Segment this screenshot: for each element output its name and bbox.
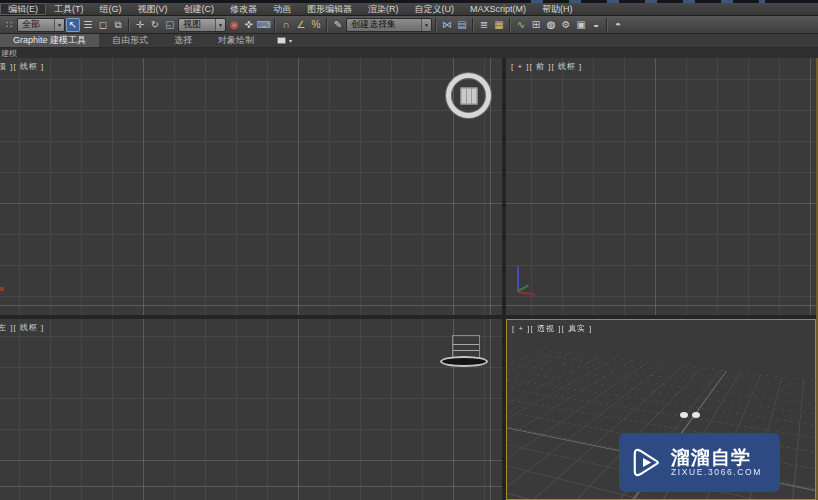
select-rotate-icon[interactable]: ↻: [148, 18, 162, 32]
snap-toggle-3d-icon[interactable]: ∩: [279, 18, 293, 32]
play-logo-icon: [629, 446, 662, 479]
use-pivot-center-icon[interactable]: ◉: [227, 18, 241, 32]
edit-named-selection-sets-icon[interactable]: ✎: [331, 18, 345, 32]
ribbon-state-icon: [277, 37, 286, 44]
ribbon-display-toggle[interactable]: ▾: [277, 34, 292, 47]
toolbar-separator: [435, 18, 437, 32]
chevron-down-icon[interactable]: ▼: [215, 19, 225, 31]
axis-y-line: [518, 284, 530, 291]
named-selection-sets-dropdown-value: 创建选择集: [351, 18, 396, 31]
watermark-title: 溜溜自学: [671, 447, 762, 468]
toolbar-separator: [509, 18, 511, 32]
scene-object-dot[interactable]: [692, 412, 700, 418]
align-icon[interactable]: ▤: [455, 18, 469, 32]
select-move-icon[interactable]: ✛: [133, 18, 147, 32]
viewport-area: [ + ][ 顶 ][ 线框 ] [ + ][ 前 ][ 线框 ] [ + ][…: [0, 58, 818, 500]
chevron-down-icon[interactable]: ▼: [54, 19, 64, 31]
toolbar-separator: [128, 18, 130, 32]
main-toolbar: ∷全部▼↖☰◻⧉✛↻◱视图▼◉✜⌨∩∠%✎创建选择集▼⋈▤≣▦∿⊞◍⚙▣◒◓: [0, 15, 818, 34]
3ds-max-window: 编辑(E)工具(T)组(G)视图(V)创建(C)修改器动画图形编辑器渲染(R)自…: [0, 0, 818, 500]
toolbar-separator: [472, 18, 474, 32]
menu-item-7[interactable]: 图形编辑器: [299, 3, 360, 15]
menu-item-2[interactable]: 组(G): [92, 3, 130, 15]
ribbon-panel-label[interactable]: 建模: [1, 48, 17, 59]
watermark-text-block: 溜溜自学 ZIXUE.3066.COM: [671, 447, 762, 478]
watermark-url: ZIXUE.3066.COM: [671, 468, 762, 478]
menu-item-3[interactable]: 视图(V): [130, 3, 176, 15]
plate-object-side-view[interactable]: [440, 356, 488, 367]
toolbar-separator: [326, 18, 328, 32]
schematic-view-icon[interactable]: ⊞: [529, 18, 543, 32]
ribbon-tabs-container: Graphite 建模工具自由形式选择对象绘制: [0, 34, 267, 47]
viewport-front[interactable]: [ + ][ 前 ][ 线框 ]: [506, 58, 816, 315]
render-setup-icon[interactable]: ⚙: [559, 18, 573, 32]
ribbon-tab-bar: Graphite 建模工具自由形式选择对象绘制 ▾: [0, 34, 818, 48]
curve-editor-icon[interactable]: ∿: [514, 18, 528, 32]
viewport-perspective-label[interactable]: [ + ][ 透视 ][ 真实 ]: [512, 323, 592, 334]
menu-item-9[interactable]: 自定义(U): [407, 3, 463, 15]
toolbar-separator: [274, 18, 276, 32]
angle-snap-icon[interactable]: ∠: [294, 18, 308, 32]
viewport-left[interactable]: [ + ][ 左 ][ 线框 ]: [0, 319, 502, 500]
ring-object-core: [460, 87, 477, 104]
ribbon-tab-1[interactable]: 自由形式: [99, 34, 161, 47]
render-production-icon[interactable]: ◒: [589, 18, 603, 32]
menu-item-0[interactable]: 编辑(E): [0, 3, 46, 15]
menu-bar: 编辑(E)工具(T)组(G)视图(V)创建(C)修改器动画图形编辑器渲染(R)自…: [0, 3, 818, 15]
menu-item-10[interactable]: MAXScript(M): [462, 3, 534, 15]
scene-object-dot[interactable]: [680, 412, 688, 418]
rect-selection-region-icon[interactable]: ◻: [96, 18, 110, 32]
viewport-front-label[interactable]: [ + ][ 前 ][ 线框 ]: [511, 61, 582, 72]
watermark-badge: 溜溜自学 ZIXUE.3066.COM: [619, 433, 780, 492]
selection-filter-dropdown-value: 全部: [22, 18, 40, 31]
axis-x-line: [518, 291, 535, 296]
select-object-icon[interactable]: ↖: [66, 18, 80, 32]
reference-coordinate-dropdown-value: 视图: [183, 18, 201, 31]
keyboard-override-icon[interactable]: ⌨: [257, 18, 271, 32]
select-by-name-icon[interactable]: ☰: [81, 18, 95, 32]
ring-object-top-view[interactable]: [446, 73, 491, 118]
rendered-frame-window-icon[interactable]: ▣: [574, 18, 588, 32]
menu-item-5[interactable]: 修改器: [222, 3, 265, 15]
render-iterative-icon[interactable]: ◓: [611, 18, 625, 32]
mirror-icon[interactable]: ⋈: [440, 18, 454, 32]
layer-manager-icon[interactable]: ≣: [477, 18, 491, 32]
ribbon-tab-3[interactable]: 对象绘制: [205, 34, 267, 47]
material-editor-icon[interactable]: ◍: [544, 18, 558, 32]
snaps-dots-icon[interactable]: ∷: [2, 18, 16, 32]
menu-item-6[interactable]: 动画: [265, 3, 299, 15]
window-crossing-icon[interactable]: ⧉: [111, 18, 125, 32]
viewport-perspective[interactable]: [ + ][ 透视 ][ 真实 ] 溜溜自学 ZIXUE.3066.COM: [506, 319, 816, 500]
selection-filter-dropdown[interactable]: 全部▼: [17, 18, 65, 32]
chevron-down-icon[interactable]: ▼: [421, 19, 431, 31]
percent-snap-icon[interactable]: %: [309, 18, 323, 32]
ribbon-tab-0[interactable]: Graphite 建模工具: [0, 34, 99, 47]
menu-item-1[interactable]: 工具(T): [46, 3, 92, 15]
ribbon-tab-2[interactable]: 选择: [161, 34, 205, 47]
menu-item-4[interactable]: 创建(C): [176, 3, 223, 15]
viewport-top-label[interactable]: [ + ][ 顶 ][ 线框 ]: [0, 61, 44, 72]
chevron-down-icon: ▾: [289, 37, 292, 44]
named-selection-sets-dropdown[interactable]: 创建选择集▼: [346, 18, 432, 32]
select-scale-icon[interactable]: ◱: [163, 18, 177, 32]
toolbar-separator: [606, 18, 608, 32]
viewport-left-label[interactable]: [ + ][ 左 ][ 线框 ]: [0, 322, 44, 333]
menu-item-11[interactable]: 帮助(H): [534, 3, 581, 15]
viewport-top[interactable]: [ + ][ 顶 ][ 线框 ]: [0, 58, 502, 315]
axis-remnant-dot: [0, 287, 4, 291]
select-manipulate-icon[interactable]: ✜: [242, 18, 256, 32]
graphite-ribbon-toggle-icon[interactable]: ▦: [492, 18, 506, 32]
reference-coordinate-dropdown[interactable]: 视图▼: [178, 18, 226, 32]
menu-item-8[interactable]: 渲染(R): [360, 3, 407, 15]
ribbon-panel-row: 建模: [0, 48, 818, 58]
